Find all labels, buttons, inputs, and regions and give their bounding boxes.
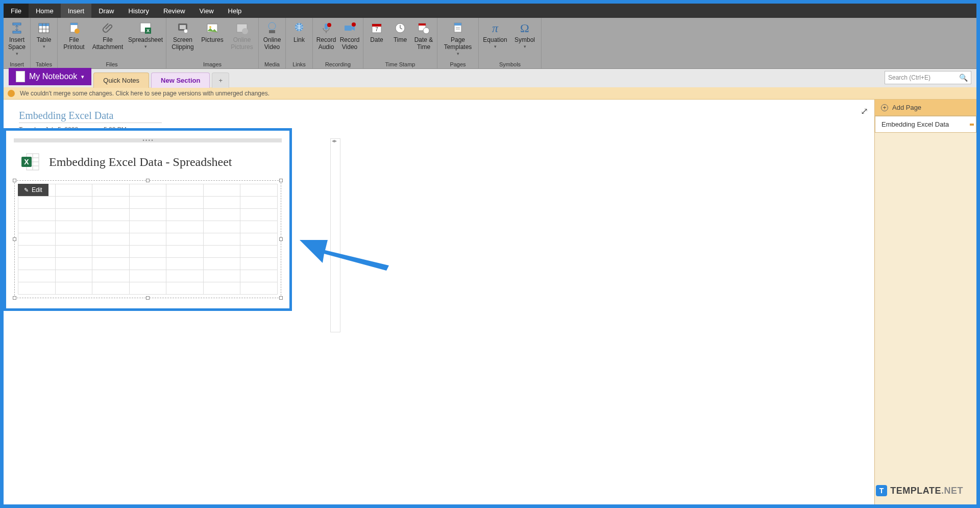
- btn-date[interactable]: 7Date: [365, 19, 388, 45]
- svg-rect-35: [454, 23, 461, 26]
- infobar-message: We couldn't merge some changes. Click he…: [20, 90, 270, 97]
- svg-text:7: 7: [375, 27, 378, 32]
- datetime-icon: [416, 21, 431, 35]
- svg-point-19: [242, 28, 248, 34]
- resize-handle[interactable]: [13, 179, 16, 182]
- menu-view[interactable]: View: [192, 4, 221, 18]
- resize-handle[interactable]: [13, 237, 16, 241]
- btn-time[interactable]: Time: [389, 19, 411, 45]
- svg-rect-21: [269, 30, 275, 33]
- svg-rect-3: [39, 23, 49, 26]
- svg-rect-25: [345, 26, 352, 31]
- resize-handle[interactable]: [13, 296, 16, 300]
- btn-record-audio[interactable]: Record Audio: [315, 19, 337, 53]
- group-timestamp-label: Time Stamp: [365, 60, 435, 68]
- page-canvas[interactable]: Embedding Excel Data Tuesday, July 5, 20…: [4, 100, 874, 504]
- btn-link[interactable]: Link: [288, 19, 310, 45]
- tab-new-section[interactable]: New Section: [151, 72, 210, 88]
- menu-help[interactable]: Help: [221, 4, 249, 18]
- menu-insert[interactable]: Insert: [61, 4, 92, 18]
- menu-home[interactable]: Home: [29, 4, 61, 18]
- page-panel: + Add Page Embedding Excel Data: [874, 100, 976, 504]
- audio-icon: [319, 21, 333, 35]
- svg-point-17: [209, 26, 211, 28]
- search-icon: 🔍: [959, 74, 968, 82]
- svg-rect-32: [419, 23, 426, 26]
- svg-rect-14: [180, 25, 186, 29]
- insert-space-icon: [10, 21, 24, 35]
- svg-rect-0: [13, 23, 21, 25]
- resize-handle[interactable]: [279, 296, 283, 300]
- btn-pictures[interactable]: Pictures: [198, 19, 227, 45]
- group-pages-label: Pages: [439, 60, 476, 68]
- btn-date-time[interactable]: Date & Time: [412, 19, 435, 53]
- container-drag-handle[interactable]: • • • •: [14, 138, 282, 142]
- resize-handle[interactable]: [146, 179, 150, 182]
- menu-history[interactable]: History: [121, 4, 156, 18]
- btn-equation[interactable]: πEquation▾: [481, 19, 509, 51]
- clipping-icon: [176, 21, 190, 35]
- warning-icon: [8, 90, 15, 97]
- group-recording-label: Recording: [315, 60, 361, 68]
- btn-screen-clipping[interactable]: Screen Clipping: [168, 19, 197, 53]
- spreadsheet-icon: X: [138, 21, 153, 35]
- menu-draw[interactable]: Draw: [91, 4, 121, 18]
- search-placeholder: Search (Ctrl+E): [888, 74, 930, 81]
- btn-file-attachment[interactable]: File Attachment: [89, 19, 126, 53]
- embedded-sheet-grid[interactable]: [18, 184, 278, 295]
- symbol-icon: Ω: [518, 21, 532, 35]
- btn-page-templates[interactable]: Page Templates▾: [439, 19, 476, 58]
- btn-spreadsheet[interactable]: XSpreadsheet▾: [127, 19, 164, 51]
- page-list-item[interactable]: Embedding Excel Data: [875, 116, 976, 133]
- notebook-bar: My Notebook ▾ Quick Notes New Section + …: [4, 69, 976, 87]
- group-links-label: Links: [288, 60, 310, 68]
- spreadsheet-selection[interactable]: ✎ Edit: [14, 180, 281, 298]
- menu-review[interactable]: Review: [156, 4, 192, 18]
- pencil-icon: ✎: [24, 187, 29, 193]
- svg-rect-1: [13, 31, 21, 33]
- btn-file-printout[interactable]: File Printout: [60, 19, 88, 53]
- page-title[interactable]: Embedding Excel Data: [19, 110, 162, 123]
- svg-point-26: [352, 22, 356, 27]
- annotation-arrow: [300, 232, 391, 278]
- ribbon-insert: Insert Space▾ Insert Table▾ Tables File …: [4, 18, 976, 69]
- table-icon: [37, 21, 51, 35]
- tab-quick-notes[interactable]: Quick Notes: [93, 72, 149, 88]
- resize-handle[interactable]: [146, 296, 150, 300]
- embedded-spreadsheet-highlight: • • • • X Embedding Excel Data - Spreads…: [4, 128, 292, 311]
- group-images-label: Images: [168, 60, 256, 68]
- expand-icon[interactable]: ⤢: [861, 106, 868, 117]
- edit-spreadsheet-button[interactable]: ✎ Edit: [18, 184, 48, 196]
- date-icon: 7: [370, 21, 384, 35]
- resize-handle[interactable]: [279, 179, 283, 182]
- group-files-label: Files: [60, 60, 164, 68]
- svg-point-20: [268, 22, 276, 30]
- btn-insert-space[interactable]: Insert Space▾: [6, 19, 28, 58]
- btn-record-video[interactable]: Record Video: [338, 19, 361, 53]
- online-pictures-icon: [235, 21, 249, 35]
- group-media-label: Media: [261, 60, 283, 68]
- search-box[interactable]: Search (Ctrl+E) 🔍: [885, 71, 971, 84]
- watermark-logo-icon: T: [876, 485, 887, 496]
- btn-symbol[interactable]: ΩSymbol▾: [510, 19, 539, 51]
- add-page-button[interactable]: + Add Page: [875, 100, 976, 116]
- tab-add-section[interactable]: +: [212, 72, 229, 88]
- group-insert-label: Insert: [6, 60, 28, 68]
- template-icon: [451, 21, 465, 35]
- group-symbols-label: Symbols: [481, 60, 539, 68]
- svg-rect-23: [325, 23, 328, 30]
- watermark: T TEMPLATE.NET: [876, 485, 963, 496]
- menu-bar: File Home Insert Draw History Review Vie…: [4, 4, 976, 18]
- btn-online-video[interactable]: Online Video: [261, 19, 283, 53]
- resize-handle[interactable]: [279, 237, 283, 241]
- merge-info-bar[interactable]: We couldn't merge some changes. Click he…: [4, 87, 976, 100]
- btn-table[interactable]: Table▾: [33, 19, 55, 51]
- btn-online-pictures: Online Pictures: [228, 19, 256, 53]
- grip-icon: ◂▸: [332, 138, 337, 143]
- svg-point-33: [423, 28, 429, 34]
- svg-point-9: [75, 29, 80, 34]
- time-icon: [393, 21, 407, 35]
- notebook-selector[interactable]: My Notebook ▾: [9, 68, 91, 85]
- menu-file[interactable]: File: [4, 4, 29, 18]
- excel-icon: X: [21, 153, 40, 171]
